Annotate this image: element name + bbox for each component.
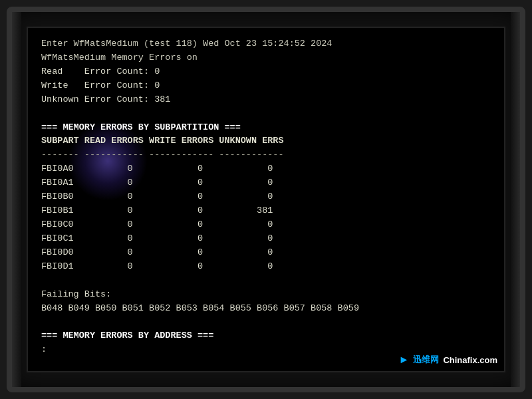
line-3: Read Error Count: 0 bbox=[41, 65, 491, 79]
line-17: FBI0D1 0 0 0 bbox=[41, 260, 491, 274]
line-22: === MEMORY ERRORS BY ADDRESS === bbox=[41, 329, 491, 343]
line-11: FBI0A1 0 0 0 bbox=[41, 176, 491, 190]
line-9: ------- ----------- ------------ -------… bbox=[41, 148, 491, 162]
screen: Enter WfMatsMedium (test 118) Wed Oct 23… bbox=[27, 27, 505, 372]
line-7: === MEMORY ERRORS BY SUBPARTITION === bbox=[41, 121, 491, 135]
line-14: FBI0C0 0 0 0 bbox=[41, 218, 491, 232]
line-20: B048 B049 B050 B051 B052 B053 B054 B055 … bbox=[41, 302, 491, 316]
line-8: SUBPART READ ERRORS WRITE ERRORS UNKNOWN… bbox=[41, 134, 491, 148]
line-16: FBI0D0 0 0 0 bbox=[41, 246, 491, 260]
line-19: Failing Bits: bbox=[41, 288, 491, 302]
line-2: WfMatsMedium Memory Errors on bbox=[41, 51, 491, 65]
watermark-site: Chinafix.com bbox=[443, 355, 497, 365]
line-1: Enter WfMatsMedium (test 118) Wed Oct 23… bbox=[41, 37, 491, 51]
line-6 bbox=[41, 107, 491, 121]
line-18 bbox=[41, 274, 491, 288]
line-21 bbox=[41, 315, 491, 329]
watermark-logo: 迅维网 bbox=[413, 354, 439, 366]
line-15: FBI0C1 0 0 0 bbox=[41, 232, 491, 246]
right-bezel bbox=[511, 12, 520, 387]
monitor-frame: Enter WfMatsMedium (test 118) Wed Oct 23… bbox=[7, 7, 525, 392]
line-12: FBI0B0 0 0 0 bbox=[41, 190, 491, 204]
line-13: FBI0B1 0 0 381 bbox=[41, 204, 491, 218]
watermark-arrow-icon: ► bbox=[399, 354, 410, 366]
line-10: FBI0A0 0 0 0 bbox=[41, 162, 491, 176]
watermark: ► 迅维网 Chinafix.com bbox=[399, 354, 497, 366]
line-4: Write Error Count: 0 bbox=[41, 79, 491, 93]
terminal-output: Enter WfMatsMedium (test 118) Wed Oct 23… bbox=[28, 28, 504, 371]
line-5: Unknown Error Count: 381 bbox=[41, 93, 491, 107]
left-bezel bbox=[12, 12, 21, 387]
